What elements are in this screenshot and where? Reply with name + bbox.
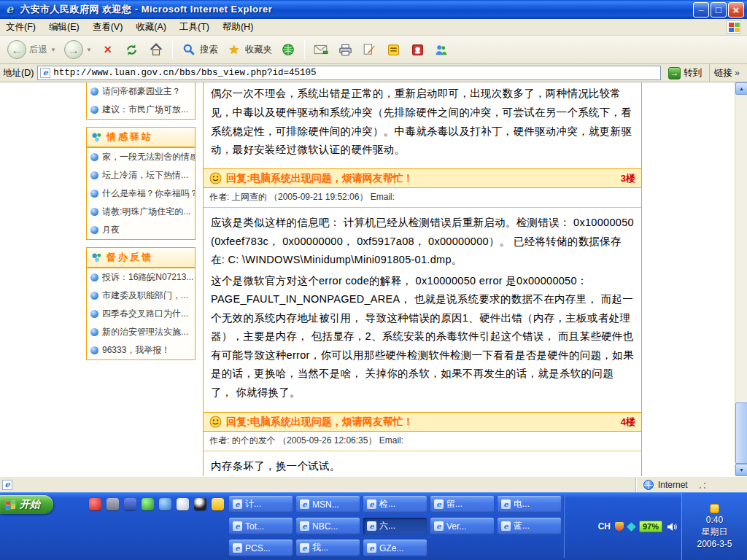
quick-launch-icon-8[interactable] — [212, 498, 224, 510]
scrollbar-thumb[interactable] — [735, 402, 747, 464]
taskbar-button[interactable]: 检... — [363, 496, 427, 513]
sidebar-section-feedback: 督办反馈 投诉：16路皖N07213... 市建委及职能部门，... 四季春交叉… — [86, 247, 196, 360]
battery-indicator[interactable]: 97% — [639, 521, 662, 532]
sidebar-link-label: 什么是幸福？你幸福吗？ — [102, 187, 195, 200]
sidebar-item[interactable]: 投诉：16路皖N07213... — [87, 268, 195, 287]
menu-favorites[interactable]: 收藏(A) — [136, 21, 166, 34]
address-input[interactable] — [53, 68, 658, 78]
taskbar-button[interactable]: Tot... — [229, 518, 293, 534]
quick-launch-icon-6[interactable] — [177, 498, 189, 510]
back-button[interactable]: 后退 — [4, 39, 59, 61]
search-label: 搜索 — [200, 44, 218, 56]
taskbar-button[interactable]: GZe... — [363, 540, 427, 556]
quick-launch-icon-3[interactable] — [124, 498, 136, 510]
maximize-button[interactable] — [711, 2, 727, 18]
quick-launch-icon-7[interactable] — [194, 498, 206, 510]
media-button[interactable] — [277, 40, 299, 59]
menu-edit[interactable]: 编辑(E) — [49, 21, 80, 34]
volume-icon[interactable] — [667, 522, 677, 532]
edit-button[interactable] — [358, 40, 380, 59]
sidebar-item[interactable]: 家，一段无法割舍的情感 — [87, 148, 195, 166]
status-bar: Internet — [0, 476, 747, 492]
messenger-button[interactable] — [382, 40, 404, 59]
quick-launch-icon-4[interactable] — [142, 498, 154, 510]
scroll-up-button[interactable] — [735, 82, 747, 95]
window-icon — [367, 521, 376, 531]
close-button[interactable] — [728, 2, 744, 18]
go-button[interactable]: 转到 — [665, 66, 705, 80]
sidebar-link-label: 市建委及职能部门，... — [102, 289, 188, 302]
menu-view[interactable]: 查看(V) — [93, 21, 123, 34]
forum-sidebar: 请问帝都豪园业主？ 建议：市民广场可放... 情感驿站 家，一段无法割舍的情感 … — [86, 82, 196, 368]
quick-launch-icon-2[interactable] — [107, 498, 119, 510]
taskbar-button[interactable]: 蓝... — [498, 518, 561, 534]
stop-icon — [100, 42, 116, 58]
menu-file[interactable]: 文件(F) — [6, 21, 36, 34]
discuss-button[interactable] — [430, 40, 452, 59]
address-field — [37, 66, 661, 80]
taskbar-button[interactable]: Ver... — [430, 518, 494, 534]
start-button[interactable]: 开始 — [0, 495, 53, 514]
taskbar-button-active[interactable]: 六... — [363, 518, 427, 534]
print-button[interactable] — [334, 40, 356, 59]
taskbar-button[interactable]: 电... — [498, 496, 561, 513]
tray-diamond-icon[interactable] — [627, 522, 636, 532]
mail-button[interactable] — [310, 40, 332, 59]
scroll-down-button[interactable] — [735, 464, 747, 476]
tray-shield-icon[interactable] — [615, 522, 624, 531]
taskbar-button[interactable]: NBC... — [296, 518, 360, 534]
taskbar-button[interactable]: PCS... — [229, 540, 293, 556]
clock-date: 2006-3-5 — [697, 539, 732, 549]
input-method-indicator[interactable]: CH — [598, 521, 611, 532]
sidebar-item[interactable]: 四季春交叉路口为什... — [87, 305, 195, 323]
sidebar-link-label: 建议：市民广场可放... — [102, 104, 188, 116]
bullet-icon — [90, 328, 98, 336]
minimize-button[interactable] — [693, 2, 709, 18]
post-text: 这个是微软官方对这个error code的解释， 0x10000050 erro… — [211, 272, 634, 402]
clock-time: 0:40 — [706, 515, 723, 525]
quick-launch-icon-1[interactable] — [89, 498, 101, 510]
clover-icon — [91, 252, 102, 263]
sidebar-item[interactable]: 新的治安管理法实施... — [87, 323, 195, 341]
home-button[interactable] — [145, 40, 167, 59]
sidebar-item[interactable]: 96333，我举报！ — [87, 341, 195, 359]
bullet-icon — [90, 346, 98, 354]
sidebar-item[interactable]: 坛上冷清，坛下热情... — [87, 166, 195, 184]
sidebar-item[interactable]: 市建委及职能部门，... — [87, 287, 195, 305]
sidebar-item[interactable]: 月夜 — [87, 221, 195, 239]
quick-launch-icon-5[interactable] — [159, 498, 171, 510]
refresh-button[interactable] — [121, 40, 143, 59]
reply-title: 回复:电脑系统出现问题，烦请网友帮忙！ — [226, 172, 414, 185]
sidebar-item[interactable]: 请问帝都豪园业主？ — [87, 82, 195, 101]
taskbar-button[interactable]: 计... — [229, 496, 293, 513]
taskbar-button[interactable]: MSN... — [296, 496, 360, 513]
favorites-button[interactable]: 收藏夹 — [223, 40, 276, 59]
menu-tools[interactable]: 工具(T) — [179, 21, 209, 34]
address-label: 地址(D) — [3, 67, 34, 79]
vertical-scrollbar[interactable] — [735, 82, 747, 476]
taskbar-button[interactable]: 留... — [430, 496, 494, 513]
window-icon — [300, 521, 309, 531]
sidebar-item[interactable]: 请教:明珠广场住宅的... — [87, 203, 195, 221]
taskbar-buttons: 计... MSN... 检... 留... 电... Tot... NBC...… — [229, 496, 561, 556]
sidebar-link-label: 投诉：16路皖N07213... — [102, 271, 193, 284]
reply-header: 回复:电脑系统出现问题，烦请网友帮忙！ 4楼 — [204, 412, 641, 432]
sidebar-item[interactable]: 什么是幸福？你幸福吗？ — [87, 184, 195, 203]
reply-title: 回复:电脑系统出现问题，烦请网友帮忙！ — [226, 416, 414, 429]
sidebar-item[interactable]: 建议：市民广场可放... — [87, 101, 195, 119]
forward-button[interactable] — [61, 39, 95, 61]
sidebar-link-label: 四季春交叉路口为什... — [102, 308, 188, 320]
author-line: 作者: 上网查的 （2005-09-21 19:52:06） Email: — [204, 188, 641, 208]
sidebar-box-top: 请问帝都豪园业主？ 建议：市民广场可放... — [86, 82, 196, 120]
taskbar-button-label: Ver... — [446, 521, 466, 532]
links-button[interactable]: 链接 — [709, 64, 744, 82]
resize-grip[interactable] — [697, 480, 707, 490]
taskbar-button[interactable]: 我... — [296, 540, 360, 556]
forum-thread: 偶尔一次不理会，系统出错是正常的，重新启动即可，出现次数多了，两种情况比较常见，… — [203, 82, 642, 476]
search-button[interactable]: 搜索 — [178, 40, 221, 59]
menu-help[interactable]: 帮助(H) — [222, 21, 253, 34]
stop-button[interactable] — [97, 40, 119, 59]
qq-button[interactable] — [406, 40, 428, 59]
clock[interactable]: 0:40 星期日 2006-3-5 — [681, 493, 747, 560]
post-text: 偶尔一次不理会，系统出错是正常的，重新启动即可，出现次数多了，两种情况比较常见，… — [204, 82, 641, 168]
